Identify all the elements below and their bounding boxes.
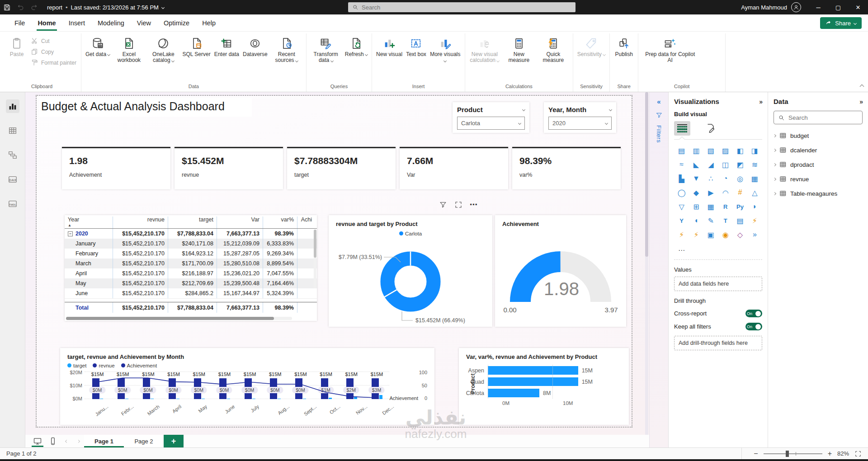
- maximize-button[interactable]: ▢: [828, 0, 848, 14]
- stacked-bar-chart-icon[interactable]: ▤: [675, 144, 688, 157]
- target-bar[interactable]: [202, 399, 205, 399]
- next-page-arrow[interactable]: [72, 435, 84, 447]
- target-bar[interactable]: [329, 398, 332, 399]
- collapse-panel-icon[interactable]: »: [859, 98, 863, 105]
- paginated-report-icon[interactable]: ▤: [733, 214, 746, 227]
- chevron-down-icon[interactable]: [522, 108, 525, 111]
- new-page-button[interactable]: +: [164, 435, 184, 447]
- zoom-out-icon[interactable]: −: [754, 450, 758, 458]
- value-bar[interactable]: [488, 389, 539, 397]
- line-and-clustered-column-chart-icon[interactable]: ◩: [733, 158, 746, 171]
- target-bar[interactable]: [176, 399, 179, 399]
- waterfall-chart-icon[interactable]: ▙: [675, 172, 688, 185]
- copy-button[interactable]: Copy: [29, 47, 78, 56]
- share-button[interactable]: Share: [820, 17, 862, 29]
- area-chart-icon[interactable]: ◣: [689, 158, 703, 171]
- data-search[interactable]: [774, 111, 863, 124]
- combo-chart-visual[interactable]: target, revnue and Achievement by Month …: [60, 348, 434, 425]
- enter-data-button[interactable]: Enter data: [213, 34, 241, 58]
- get-data-button[interactable]: Get data: [84, 34, 111, 58]
- fit-to-page-icon[interactable]: [854, 450, 862, 457]
- recent-sources-button[interactable]: Recent sources: [270, 34, 303, 65]
- map-icon[interactable]: ◯: [675, 186, 688, 199]
- new-measure-button[interactable]: New measure: [502, 34, 536, 65]
- menu-tab-file[interactable]: File: [8, 15, 31, 31]
- azure-map-icon[interactable]: ▶: [704, 186, 717, 199]
- target-bar[interactable]: [100, 399, 103, 399]
- legend-item-target[interactable]: target: [67, 363, 86, 368]
- target-bar[interactable]: [227, 399, 230, 399]
- more-visuals-button[interactable]: More visuals: [429, 34, 462, 65]
- stacked-area-chart-icon[interactable]: ◢: [704, 158, 717, 171]
- clustered-column-chart-icon[interactable]: ▨: [719, 144, 732, 157]
- card-icon[interactable]: #: [733, 186, 746, 199]
- field-dcalender[interactable]: dcalender: [774, 143, 863, 157]
- mobile-layout-button[interactable]: [45, 435, 61, 447]
- clustered-bar-chart-icon[interactable]: ▧: [704, 144, 717, 157]
- gauge-visual[interactable]: Achievement 1.98 0.00 3.97: [495, 215, 626, 327]
- key-influencers-icon[interactable]: ◗: [748, 200, 761, 213]
- avatar[interactable]: [791, 2, 801, 12]
- slicer-product[interactable]: Product Carlota: [453, 102, 529, 133]
- report-page[interactable]: Budget & Actual Analysis Dashboard Produ…: [37, 96, 632, 427]
- gauge-icon[interactable]: ◠: [719, 186, 732, 199]
- gauge-chart[interactable]: 1.98 0.00 3.97: [495, 227, 626, 318]
- target-bar[interactable]: [125, 399, 128, 399]
- funnel-chart-icon[interactable]: ▼: [689, 172, 703, 185]
- kpi-card-var-[interactable]: 98.39%var%: [512, 147, 621, 189]
- cut-button[interactable]: Cut: [29, 36, 78, 46]
- canvas-scrollbar[interactable]: [645, 92, 648, 435]
- target-bar[interactable]: [151, 399, 154, 399]
- zoom-in-icon[interactable]: +: [828, 450, 832, 458]
- table-row-2020[interactable]: −2020$15,452,210.170$7,788,833.047,663,3…: [65, 229, 317, 239]
- collapse-icon[interactable]: −: [68, 231, 73, 236]
- publish-button[interactable]: Publish: [613, 34, 635, 58]
- expand-icon[interactable]: [773, 163, 776, 166]
- menu-tab-modeling[interactable]: Modeling: [91, 15, 131, 31]
- target-bar[interactable]: [278, 399, 281, 399]
- metrics-icon[interactable]: T: [719, 214, 732, 227]
- sidebar-tmdl-view[interactable]: TMDL: [6, 197, 19, 211]
- new-visual-button[interactable]: New visual: [375, 34, 404, 58]
- column-header-target[interactable]: target: [168, 216, 217, 228]
- table-row-june[interactable]: June$15,452,210.170$284,865.215,167,344.…: [65, 288, 317, 298]
- excel-workbook-button[interactable]: Excel workbook: [112, 34, 146, 65]
- power-automate-icon[interactable]: ⚡: [675, 228, 688, 241]
- table-row-april[interactable]: April$15,452,210.170$216,188.9715,236,02…: [65, 268, 317, 278]
- format-painter-button[interactable]: Format painter: [29, 58, 78, 67]
- table-visual[interactable]: Year▲revnuetargetVarvar%Achi−2020$15,452…: [65, 215, 317, 321]
- power-apps-icon[interactable]: ⚡: [748, 214, 761, 227]
- page-tab-1[interactable]: Page 1: [84, 435, 124, 447]
- refresh-button[interactable]: Refresh: [344, 34, 369, 58]
- focus-mode-icon[interactable]: [454, 201, 462, 209]
- table-row-february[interactable]: February$15,452,210.170$164,923.1215,287…: [65, 249, 317, 259]
- filled-map-icon[interactable]: ◆: [689, 186, 703, 199]
- table-row-january[interactable]: January$15,452,210.170$240,171.0815,212,…: [65, 239, 317, 249]
- arcgis-map-icon[interactable]: ◉: [719, 228, 732, 241]
- r-script-icon[interactable]: R: [719, 200, 732, 213]
- text-box-button[interactable]: Text box: [405, 34, 428, 58]
- field-budget[interactable]: budget: [774, 129, 863, 142]
- slicer-year-month[interactable]: Year, Month 2020: [544, 102, 616, 133]
- kpi-card-revnue[interactable]: $15.452Mrevnue: [175, 147, 283, 189]
- menu-tab-optimize[interactable]: Optimize: [157, 15, 196, 31]
- menu-tab-insert[interactable]: Insert: [62, 15, 91, 31]
- prep-data-for-copilot-ai-button[interactable]: Prep data for Copilot AI: [641, 34, 699, 65]
- table-horizontal-scrollbar[interactable]: [66, 317, 292, 320]
- zoom-slider[interactable]: [764, 453, 822, 454]
- donut-chart[interactable]: $7.79M (33.51%) $15.452M (66.49%): [329, 236, 492, 329]
- column-header-var[interactable]: Var: [217, 216, 263, 228]
- 100-stacked-column-chart-icon[interactable]: ◨: [748, 144, 761, 157]
- transform-data-button[interactable]: Transform data: [309, 34, 343, 65]
- legend-item[interactable]: Carlota: [399, 231, 422, 236]
- target-bar[interactable]: [354, 396, 357, 399]
- field-revnue[interactable]: revnue: [774, 172, 863, 186]
- filters-icon[interactable]: [656, 112, 663, 119]
- sidebar-dax-query-view[interactable]: DAX: [6, 173, 19, 186]
- tab-build-visual[interactable]: [674, 121, 690, 136]
- keep-all-filters-toggle[interactable]: On: [745, 323, 762, 330]
- expand-icon[interactable]: [773, 134, 776, 137]
- chevron-down-icon[interactable]: [609, 108, 612, 111]
- scatter-chart-icon[interactable]: ∴: [704, 172, 717, 185]
- sidebar-table-view[interactable]: [6, 124, 19, 137]
